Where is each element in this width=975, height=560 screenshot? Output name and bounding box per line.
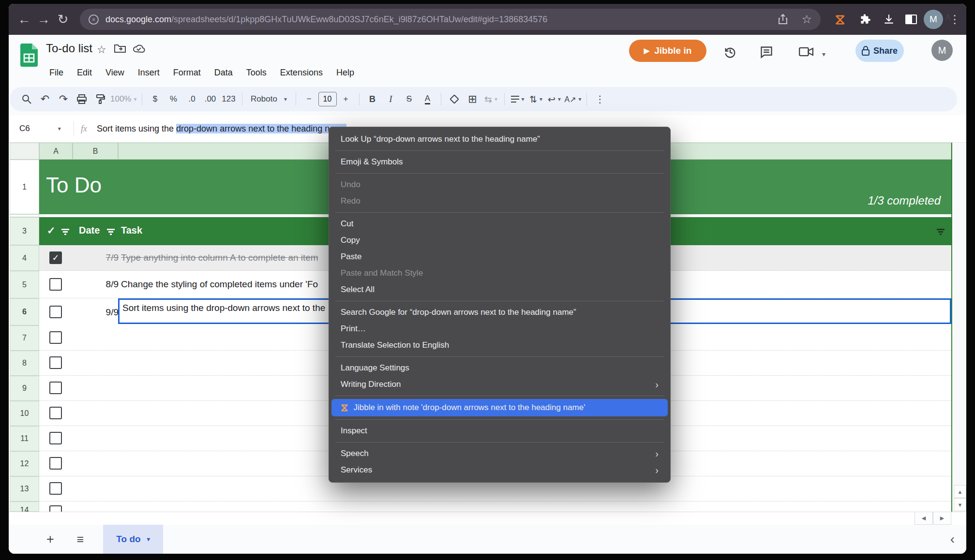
share-button[interactable]: Share [855,40,904,62]
horizontal-scrollbar[interactable]: ◀ ▶ [9,512,966,525]
increase-decimals-button[interactable]: .00 [202,91,219,107]
browser-profile-avatar[interactable]: M [924,10,943,29]
borders-button[interactable]: ⊞ [465,91,481,107]
jibble-extension-icon[interactable]: ⧖ [828,11,852,28]
font-size-input[interactable]: 10 [318,92,337,106]
checkbox-row-6[interactable] [49,306,62,318]
cloud-saved-icon[interactable] [133,44,145,53]
scroll-left-icon[interactable]: ◀ [915,512,933,525]
format-currency-button[interactable]: $ [147,91,164,107]
vertical-align-button[interactable]: ⇅▾ [528,91,544,107]
task-row-14[interactable] [39,501,951,512]
ctx-search-google[interactable]: Search Google for “drop-down arrows next… [329,304,670,321]
checkbox-row-9[interactable] [49,382,62,394]
ctx-cut[interactable]: Cut [329,216,670,232]
column-header-a[interactable]: A [39,143,73,160]
scroll-right-icon[interactable]: ▶ [933,512,951,525]
menu-help[interactable]: Help [330,65,361,81]
more-toolbar-icon[interactable]: ⋮ [592,91,608,107]
reload-icon[interactable]: ↻ [53,12,73,27]
ctx-jibble-in-note[interactable]: ⧖ Jibble in with note 'drop-down arrows … [331,399,668,416]
row-header-14[interactable]: 14 [10,501,39,512]
sheets-logo-icon[interactable] [20,44,38,67]
namebox-dropdown-icon[interactable]: ▾ [58,125,61,132]
all-sheets-icon[interactable]: ≡ [71,530,90,549]
checkbox-row-8[interactable] [49,356,62,369]
row-header-5[interactable]: 5 [10,271,39,298]
filter-icon-task[interactable] [937,229,945,230]
ctx-print[interactable]: Print… [329,321,670,337]
downloads-icon[interactable] [878,11,900,28]
comments-icon[interactable] [760,45,773,59]
bold-button[interactable]: B [364,91,381,107]
bookmark-star-icon[interactable]: ☆ [801,13,812,26]
row-header-1[interactable]: 1 [10,160,39,214]
row-header-3[interactable]: 3 [10,217,39,245]
menu-data[interactable]: Data [208,65,240,81]
move-folder-icon[interactable] [114,44,126,53]
menu-file[interactable]: File [43,65,70,81]
menu-insert[interactable]: Insert [131,65,166,81]
meet-camera-icon[interactable] [799,45,813,58]
add-sheet-button[interactable]: + [41,530,60,549]
menu-edit[interactable]: Edit [70,65,99,81]
ctx-emoji-symbols[interactable]: Emoji & Symbols [329,154,670,170]
more-formats-button[interactable]: 123 [221,91,237,107]
forward-icon[interactable]: → [34,12,53,27]
address-bar[interactable]: ≡ docs.google.com/spreadsheets/d/1pkpp8G… [80,9,821,30]
fill-color-button[interactable] [446,91,463,107]
row-header-9[interactable]: 9 [10,376,39,401]
undo-icon[interactable]: ↶ [37,91,53,107]
checkbox-row-13[interactable] [49,482,62,495]
checkbox-row-10[interactable] [49,407,62,419]
ctx-services[interactable]: Services› [329,462,670,478]
ctx-select-all[interactable]: Select All [329,281,670,298]
horizontal-align-button[interactable]: ▾ [510,91,526,107]
checkbox-row-4[interactable]: ✓ [49,251,62,264]
document-title[interactable]: To-do list [46,42,92,55]
version-history-icon[interactable] [723,45,737,59]
row-header-10[interactable]: 10 [10,401,39,426]
user-avatar[interactable]: M [931,40,953,61]
name-box[interactable]: C6 ▾ [9,124,67,133]
filter-icon-date[interactable] [107,229,115,230]
menu-format[interactable]: Format [166,65,208,81]
back-icon[interactable]: ← [15,12,34,27]
merge-cells-button[interactable]: ⇆▾ [483,91,499,107]
row-header-11[interactable]: 11 [10,426,39,451]
scroll-down-icon[interactable]: ▼ [954,498,966,511]
ctx-speech[interactable]: Speech› [329,445,670,462]
paint-format-icon[interactable] [92,91,108,107]
ctx-copy[interactable]: Copy [329,232,670,249]
column-header-b[interactable]: B [73,143,118,160]
checkbox-row-7[interactable] [49,331,62,344]
scroll-up-icon[interactable]: ▲ [954,485,966,498]
row-header-12[interactable]: 12 [10,451,39,476]
ctx-paste[interactable]: Paste [329,249,670,265]
row-header-7[interactable]: 7 [10,325,39,351]
search-menus-icon[interactable] [18,91,35,107]
row-header-6[interactable]: 6 [10,298,39,325]
checkbox-row-5[interactable] [49,278,62,291]
share-page-icon[interactable] [777,14,789,25]
tab-menu-icon[interactable]: ▾ [147,536,150,543]
extensions-puzzle-icon[interactable] [855,11,876,28]
filter-icon-check[interactable] [61,229,69,230]
select-all-corner[interactable] [10,143,39,160]
vertical-scrollbar[interactable]: ▲ ▼ [954,143,966,512]
ctx-inspect[interactable]: Inspect [329,423,670,439]
ctx-translate[interactable]: Translate Selection to English [329,337,670,354]
text-rotation-button[interactable]: A↗▾ [565,91,582,107]
formula-input[interactable]: Sort items using the drop-down arrows ne… [97,124,346,134]
italic-button[interactable]: I [383,91,399,107]
row-header-4[interactable]: 4 [10,245,39,271]
checkbox-row-12[interactable] [49,457,62,470]
ctx-look-up[interactable]: Look Up “drop-down arrows next to the he… [329,131,670,147]
row-header-8[interactable]: 8 [10,351,39,376]
format-percent-button[interactable]: % [165,91,182,107]
redo-icon[interactable]: ↷ [55,91,72,107]
text-color-button[interactable]: A [420,91,436,107]
camera-dropdown-icon[interactable]: ▾ [822,50,825,58]
ctx-language-settings[interactable]: Language Settings [329,360,670,376]
text-wrap-button[interactable]: ↩▾ [546,91,563,107]
